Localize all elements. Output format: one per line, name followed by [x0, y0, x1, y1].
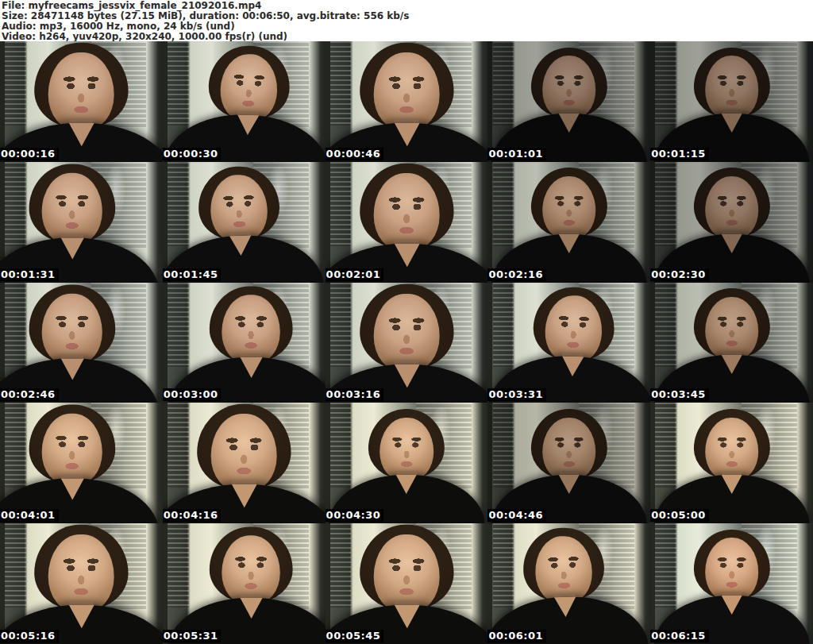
timestamp-label: 00:01:01: [487, 148, 546, 160]
webcam-frame: [163, 283, 326, 403]
person-silhouette: [650, 403, 813, 523]
webcam-frame: [0, 283, 163, 403]
face-shape: [542, 176, 596, 240]
person-silhouette: [487, 283, 650, 403]
video-thumbnail: 00:05:31: [163, 523, 326, 644]
person-silhouette: [487, 41, 650, 162]
face-shape: [42, 414, 102, 485]
person-silhouette: [650, 162, 813, 283]
video-thumbnail: 00:02:30: [650, 162, 813, 283]
face-shape: [42, 173, 102, 245]
timestamp-label: 00:06:01: [487, 630, 546, 642]
webcam-frame: [163, 41, 326, 162]
person-silhouette: [650, 523, 813, 644]
video-thumbnail: 00:01:15: [650, 41, 813, 162]
video-info-line: Video: h264, yuv420p, 320x240, 1000.00 f…: [2, 32, 813, 41]
person-silhouette: [487, 162, 650, 283]
person-silhouette: [0, 283, 163, 403]
person-silhouette: [326, 162, 488, 283]
timestamp-label: 00:05:00: [650, 509, 709, 522]
face-shape: [542, 418, 596, 481]
person-silhouette: [650, 41, 813, 162]
face-shape: [222, 295, 280, 364]
face-shape: [705, 418, 759, 481]
face-shape: [374, 52, 439, 130]
face-shape: [211, 415, 276, 492]
person-silhouette: [163, 283, 325, 403]
webcam-frame: [650, 283, 813, 403]
webcam-frame: [487, 41, 650, 162]
video-thumbnail: 00:04:16: [163, 403, 326, 523]
video-thumbnail: 00:04:46: [487, 403, 650, 523]
thumbnail-grid: 00:00:16 00:00:30: [0, 41, 813, 644]
timestamp-label: 00:03:31: [487, 388, 546, 401]
face-shape: [374, 173, 439, 251]
webcam-frame: [650, 41, 813, 162]
timestamp-label: 00:01:15: [650, 148, 709, 160]
person-silhouette: [326, 41, 488, 162]
webcam-frame: [326, 283, 488, 403]
face-shape: [374, 534, 439, 612]
person-silhouette: [326, 523, 488, 644]
webcam-frame: [487, 283, 650, 403]
video-thumbnail: 00:01:31: [0, 162, 163, 283]
face-shape: [542, 56, 596, 119]
timestamp-label: 00:03:16: [326, 388, 384, 401]
person-silhouette: [487, 403, 650, 523]
person-silhouette: [163, 41, 326, 162]
timestamp-label: 00:00:30: [163, 148, 222, 160]
video-thumbnail: 00:05:00: [650, 403, 813, 523]
person-silhouette: [326, 283, 488, 403]
timestamp-label: 00:01:45: [163, 268, 222, 281]
person-silhouette: [0, 162, 163, 283]
face-shape: [705, 176, 759, 240]
timestamp-label: 00:02:16: [487, 268, 546, 281]
timestamp-label: 00:05:31: [163, 630, 222, 642]
video-thumbnail: 00:00:16: [0, 41, 163, 162]
video-thumbnail: 00:00:46: [326, 41, 488, 162]
video-thumbnail: 00:01:01: [487, 41, 650, 162]
video-thumbnail: 00:03:00: [163, 283, 326, 403]
webcam-frame: [163, 523, 326, 644]
timestamp-label: 00:06:15: [650, 630, 709, 642]
timestamp-label: 00:03:00: [163, 388, 222, 401]
webcam-frame: [0, 41, 163, 162]
video-thumbnail: 00:04:01: [0, 403, 163, 523]
person-silhouette: [163, 523, 325, 644]
webcam-frame: [326, 403, 488, 523]
video-thumbnail: 00:04:30: [326, 403, 488, 523]
video-thumbnail: 00:02:46: [0, 283, 163, 403]
face-shape: [48, 52, 114, 130]
video-thumbnail: 00:03:31: [487, 283, 650, 403]
video-thumbnail: 00:01:45: [163, 162, 326, 283]
webcam-frame: [326, 523, 488, 644]
video-thumbnail: 00:02:16: [487, 162, 650, 283]
video-thumbnail: 00:06:01: [487, 523, 650, 644]
video-thumbnail: 00:00:30: [163, 41, 326, 162]
video-thumbnail: 00:06:15: [650, 523, 813, 644]
webcam-frame: [650, 523, 813, 644]
video-thumbnail: 00:05:45: [326, 523, 488, 644]
face-shape: [705, 297, 759, 361]
face-shape: [705, 538, 759, 601]
person-silhouette: [650, 283, 813, 403]
webcam-frame: [487, 403, 650, 523]
timestamp-label: 00:02:01: [326, 268, 384, 281]
person-silhouette: [487, 523, 650, 644]
face-shape: [705, 56, 759, 119]
timestamp-label: 00:04:30: [326, 509, 384, 522]
video-thumbnail: 00:03:16: [326, 283, 488, 403]
timestamp-label: 00:05:45: [326, 630, 384, 642]
face-shape: [374, 294, 439, 372]
timestamp-label: 00:04:46: [487, 509, 546, 522]
webcam-frame: [163, 403, 326, 523]
timestamp-label: 00:05:16: [0, 630, 59, 642]
webcam-frame: [163, 162, 326, 283]
webcam-frame: [487, 162, 650, 283]
video-thumbnail: 00:02:01: [326, 162, 488, 283]
timestamp-label: 00:00:16: [0, 148, 59, 160]
webcam-frame: [487, 523, 650, 644]
timestamp-label: 00:01:31: [0, 268, 59, 281]
webcam-frame: [0, 162, 163, 283]
timestamp-label: 00:00:46: [326, 148, 384, 160]
